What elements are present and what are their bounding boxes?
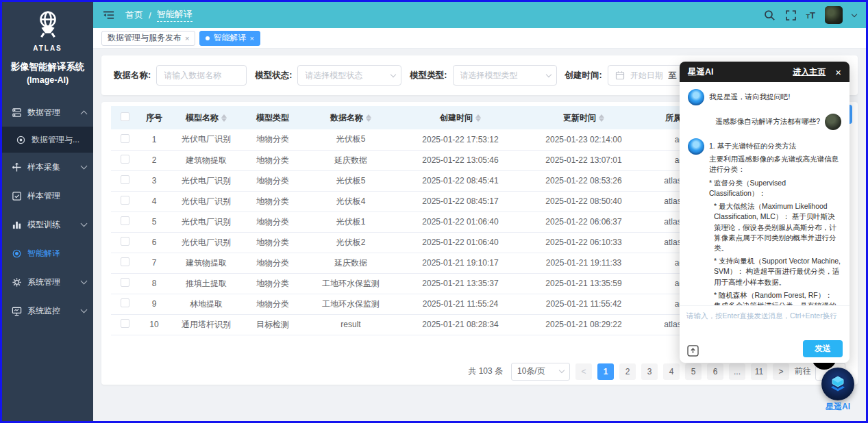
col-header-data-name[interactable]: 数据名称 bbox=[303, 106, 399, 129]
sidebar-item-sample-management[interactable]: 样本管理 bbox=[2, 181, 93, 210]
sort-icon[interactable] bbox=[221, 114, 227, 122]
model-status-select[interactable]: 请选择模型状态 bbox=[297, 65, 401, 86]
sidebar-item-model-training[interactable]: 模型训练 bbox=[2, 210, 93, 239]
upload-file-icon[interactable] bbox=[686, 344, 699, 357]
breadcrumb-home[interactable]: 首页 bbox=[125, 9, 143, 21]
user-avatar[interactable] bbox=[825, 6, 843, 24]
cell-data-name: 光伏板4 bbox=[303, 191, 399, 212]
data-name-input[interactable] bbox=[164, 70, 239, 80]
cell-updated: 2025-01-21 19:11:33 bbox=[522, 253, 645, 273]
cell-model-type: 地物分类 bbox=[243, 129, 303, 150]
chat-reply-paragraph: 1. 基于光谱特征的分类方法 bbox=[709, 141, 841, 151]
bot-reply-text: 1. 基于光谱特征的分类方法 主要利用遥感影像的多光谱或高光谱信息进行分类： *… bbox=[709, 138, 841, 305]
sidebar-collapse-icon[interactable] bbox=[103, 10, 114, 20]
page-size-select[interactable]: 10条/页 bbox=[511, 363, 570, 381]
sidebar-item-data-management-sub[interactable]: 数据管理与... bbox=[2, 127, 93, 153]
tab-close-icon[interactable]: × bbox=[185, 34, 189, 42]
bot-message: 我是星遥，请向我提问吧! bbox=[688, 89, 841, 105]
fullscreen-icon[interactable] bbox=[785, 10, 797, 21]
cell-data-name: 光伏板5 bbox=[303, 170, 399, 191]
cell-updated: 2025-01-22 13:07:01 bbox=[522, 150, 645, 170]
row-checkbox[interactable] bbox=[121, 278, 129, 287]
chat-user-avatar bbox=[825, 114, 841, 130]
search-icon[interactable] bbox=[764, 10, 776, 21]
system-title-line1: 影像智能解译系统 bbox=[2, 60, 93, 74]
chat-reply-paragraph: * 监督分类（Supervised Classification）： bbox=[709, 178, 841, 198]
active-tab-dot bbox=[206, 36, 210, 40]
page-button-3[interactable]: 3 bbox=[641, 363, 658, 380]
chevron-up-icon bbox=[81, 110, 88, 117]
font-size-icon[interactable]: TT bbox=[806, 9, 815, 21]
sidebar-item-intelligent-interpretation[interactable]: 智能解译 bbox=[2, 239, 93, 268]
page-button-4[interactable]: 4 bbox=[663, 363, 680, 380]
app-logo: ATLAS bbox=[2, 2, 93, 52]
more-pages-button[interactable]: ... bbox=[729, 363, 745, 380]
cell-model-type: 目标检测 bbox=[243, 314, 303, 335]
sort-icon[interactable] bbox=[475, 114, 481, 122]
row-checkbox[interactable] bbox=[121, 298, 129, 307]
model-type-select[interactable]: 请选择模型类型 bbox=[453, 65, 557, 86]
col-header-model-name[interactable]: 模型名称 bbox=[170, 106, 243, 129]
model-status-label: 模型状态: bbox=[255, 70, 292, 81]
chat-home-link[interactable]: 进入主页 bbox=[793, 66, 826, 78]
tab-data-service-publish[interactable]: 数据管理与服务发布 × bbox=[101, 31, 195, 46]
chevron-down-icon bbox=[81, 278, 88, 285]
disc-icon bbox=[16, 135, 26, 145]
page-button-1[interactable]: 1 bbox=[597, 363, 614, 380]
ai-assistant-button[interactable] bbox=[821, 368, 854, 400]
page-button-11[interactable]: 11 bbox=[751, 363, 767, 380]
row-checkbox[interactable] bbox=[121, 237, 129, 246]
chat-input-zone[interactable]: 请输入，按Enter直接发送消息，Ctrl+Enter换行 发送 bbox=[680, 305, 850, 363]
user-menu-caret-icon[interactable] bbox=[852, 12, 857, 17]
cell-model-type: 地物分类 bbox=[243, 294, 303, 314]
system-title-line2: (Image-AI) bbox=[2, 74, 93, 87]
sort-icon[interactable] bbox=[366, 114, 371, 122]
cell-updated: 2025-01-21 08:29:22 bbox=[522, 314, 645, 335]
chevron-down-icon bbox=[81, 163, 88, 170]
cell-created: 2025-01-22 01:06:40 bbox=[399, 232, 522, 253]
cell-updated: 2025-01-22 06:06:37 bbox=[522, 212, 645, 232]
col-header-created[interactable]: 创建时间 bbox=[399, 106, 522, 129]
sidebar-item-system-management[interactable]: 系统管理 bbox=[2, 268, 93, 296]
tag-tabs-bar: 数据管理与服务发布 × 智能解译 × bbox=[93, 28, 866, 49]
cell-model-name: 光伏电厂识别 bbox=[170, 212, 243, 232]
close-icon[interactable]: × bbox=[835, 67, 841, 77]
prev-page-button[interactable]: < bbox=[575, 363, 592, 380]
tab-intelligent-interpretation[interactable]: 智能解译 × bbox=[199, 31, 260, 46]
breadcrumb-current[interactable]: 智能解译 bbox=[157, 8, 193, 22]
sidebar-item-sample-collect[interactable]: 样本采集 bbox=[2, 153, 93, 181]
page-button-5[interactable]: 5 bbox=[685, 363, 702, 380]
cell-updated: 2025-01-23 02:14:00 bbox=[522, 129, 645, 150]
cell-no: 2 bbox=[138, 150, 170, 170]
page-button-2[interactable]: 2 bbox=[619, 363, 636, 380]
row-checkbox[interactable] bbox=[121, 216, 129, 225]
cell-model-name: 光伏电厂识别 bbox=[170, 170, 243, 191]
next-page-button[interactable]: > bbox=[773, 363, 789, 380]
chevron-down-icon bbox=[81, 220, 88, 227]
target-icon bbox=[12, 248, 22, 259]
cell-model-name: 光伏电厂识别 bbox=[170, 129, 243, 150]
chat-reply-paragraph: * 最大似然法（Maximum Likelihood Classificatio… bbox=[709, 201, 841, 253]
chat-messages: 我是星遥，请向我提问吧! 遥感影像自动解译方法都有哪些? 1. 基于光谱特征的分… bbox=[680, 82, 850, 305]
row-checkbox[interactable] bbox=[121, 134, 129, 143]
cube-icon bbox=[828, 374, 848, 394]
cell-model-type: 地物分类 bbox=[243, 150, 303, 170]
row-checkbox[interactable] bbox=[121, 175, 129, 184]
send-button[interactable]: 发送 bbox=[803, 340, 843, 357]
row-checkbox[interactable] bbox=[121, 155, 129, 164]
row-checkbox[interactable] bbox=[121, 257, 129, 266]
cell-model-type: 地物分类 bbox=[243, 170, 303, 191]
col-header-updated[interactable]: 更新时间 bbox=[522, 106, 645, 129]
sort-icon[interactable] bbox=[599, 114, 604, 122]
row-checkbox[interactable] bbox=[121, 319, 129, 328]
sidebar-item-system-monitoring[interactable]: 系统监控 bbox=[2, 296, 93, 325]
bar-chart-icon bbox=[12, 220, 22, 230]
select-all-checkbox[interactable] bbox=[121, 112, 129, 121]
sidebar-item-data-management[interactable]: 数据管理 bbox=[2, 98, 93, 127]
page-button-6[interactable]: 6 bbox=[707, 363, 723, 380]
row-checkbox[interactable] bbox=[121, 196, 129, 205]
cell-model-type: 地物分类 bbox=[243, 253, 303, 273]
cell-created: 2025-01-21 11:55:24 bbox=[399, 294, 522, 314]
tab-close-icon[interactable]: × bbox=[249, 34, 253, 42]
cell-updated: 2025-01-21 11:55:42 bbox=[522, 294, 645, 314]
